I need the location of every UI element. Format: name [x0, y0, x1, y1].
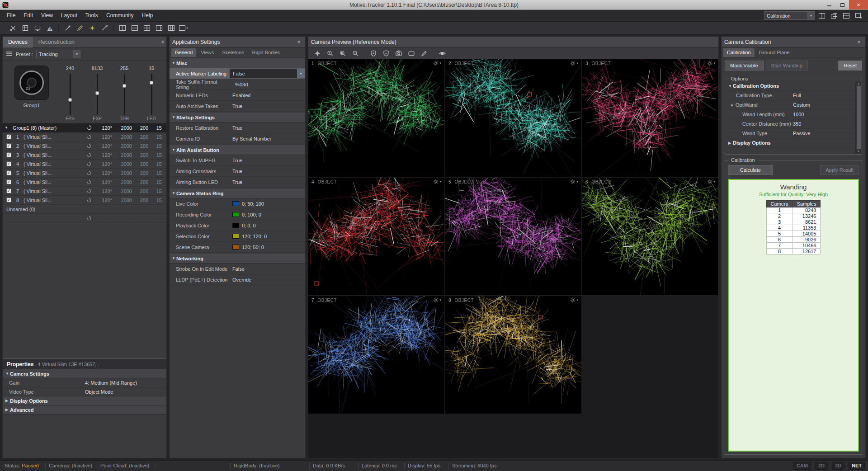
camera-group-row[interactable]: ▼ Group1 (8) (Master) 120* 2000 200 15 — [3, 123, 166, 132]
camera-slider[interactable]: 8133 EXP — [88, 66, 107, 122]
settings-row[interactable]: Take Suffix Format String _%03d ▾ — [170, 79, 305, 90]
settings-row[interactable]: Camera ID By Serial Number — [170, 133, 305, 144]
close-icon[interactable]: × — [855, 38, 863, 45]
setting-value[interactable]: True — [229, 166, 305, 176]
settings-row[interactable]: Auto Archive Takes True ▾ — [170, 101, 305, 112]
setting-value[interactable]: 0; 0; 0 — [229, 220, 305, 231]
camera-view[interactable]: 8 OBJECT ▾ — [445, 296, 581, 414]
device-checkbox[interactable]: ✓ — [6, 152, 11, 157]
floating-window-icon[interactable] — [829, 11, 839, 20]
sync-icon[interactable] — [84, 198, 94, 203]
camera-view[interactable]: 4 OBJECT ▾ — [308, 178, 444, 295]
expander-icon[interactable]: ▼ — [5, 126, 9, 130]
device-checkbox[interactable]: ✓ — [6, 198, 11, 203]
color-swatch[interactable] — [232, 223, 239, 228]
magic-wand-icon[interactable] — [62, 23, 73, 33]
slider-thumb[interactable] — [150, 81, 154, 85]
chevron-down-icon[interactable]: ▾ — [297, 69, 305, 78]
settings-row[interactable]: Aiming Button LED True — [170, 177, 305, 188]
scrollbar-thumb[interactable] — [857, 86, 861, 149]
probe-wand-icon[interactable] — [99, 23, 110, 33]
draw-mask-icon[interactable] — [419, 48, 429, 58]
setting-value[interactable]: True — [229, 122, 305, 133]
menu-item[interactable]: Help — [138, 10, 157, 21]
sparkle-icon[interactable] — [86, 23, 98, 33]
camera-view[interactable]: 5 OBJECT ▾ — [445, 178, 581, 295]
slider-thumb[interactable] — [68, 98, 72, 102]
scroll-up-icon[interactable]: ▲ — [857, 82, 860, 85]
display-options-header[interactable]: ▶ Display Options — [725, 138, 855, 148]
settings-row[interactable]: Selection Color 120; 120; 0 — [170, 231, 305, 242]
status-chip[interactable]: 2D — [815, 462, 828, 470]
camera-view[interactable]: 7 OBJECT ▾ — [308, 296, 444, 414]
option-value[interactable]: Passive — [793, 131, 855, 136]
device-checkbox[interactable]: ✓ — [6, 179, 11, 184]
calibration-option-row[interactable]: ▼Center Distance (mm) 350 — [725, 119, 855, 129]
gear-icon[interactable]: ▾ — [707, 179, 715, 184]
sync-icon[interactable] — [84, 144, 94, 148]
property-row[interactable]: Gain 4: Medium (Mid Range) — [3, 378, 166, 387]
settings-section-header[interactable]: ▼Misc — [170, 58, 305, 68]
layout-quad-icon[interactable] — [141, 23, 152, 33]
calibration-tab[interactable]: Calibration — [723, 48, 755, 57]
option-value[interactable]: 1000 — [793, 112, 855, 117]
camera-view[interactable]: 1 OBJECT ▾ — [308, 59, 444, 177]
slider-track[interactable] — [97, 74, 98, 115]
calibration-option-row[interactable]: ▼OptiWand Custom — [725, 100, 855, 110]
reset-button[interactable]: Reset — [838, 61, 862, 71]
camera-slider[interactable]: 240 FPS — [61, 66, 80, 122]
setting-value[interactable]: True — [229, 155, 305, 165]
device-row[interactable]: ✓ 4 ( Virtual Sli... 120* 2000 200 15 — [3, 160, 166, 169]
start-wanding-button[interactable]: Start Wanding — [766, 61, 808, 71]
settings-tab[interactable]: Skeletons — [218, 48, 247, 57]
remove-mask-icon[interactable] — [381, 48, 392, 58]
dock-layout-icon[interactable] — [841, 11, 851, 20]
settings-tab[interactable]: Rigid Bodies — [249, 48, 284, 57]
device-row[interactable]: ✓ 6 ( Virtual Sli... 120* 2000 200 15 — [3, 178, 166, 187]
device-checkbox[interactable]: ✓ — [6, 161, 11, 166]
device-row[interactable]: ✓ 1 ( Virtual Sli... 120* 2000 200 15 — [3, 132, 166, 141]
option-value[interactable]: 350 — [793, 121, 855, 127]
unnamed-group-row[interactable]: Unnamed (0) — [3, 205, 166, 214]
setting-value[interactable]: Override — [229, 274, 305, 285]
setting-value[interactable]: 0; 50; 100 — [229, 198, 305, 209]
close-icon[interactable]: × — [159, 38, 166, 45]
gear-icon[interactable]: ▾ — [570, 61, 578, 66]
settings-tab[interactable]: General — [171, 48, 196, 57]
camera-device-icon[interactable]: 13 — [14, 66, 49, 100]
setting-value[interactable]: 120; 50; 0 — [229, 242, 305, 252]
status-chip[interactable]: NET — [849, 462, 865, 470]
gear-icon[interactable]: ▾ — [433, 179, 441, 184]
settings-row[interactable]: Aiming Crosshairs True — [170, 166, 305, 177]
setting-value[interactable]: False ▾ — [229, 68, 305, 79]
device-row[interactable]: ✓ 5 ( Virtual Sli... 120* 2000 200 15 — [3, 169, 166, 178]
camera-snapshot-icon[interactable] — [393, 48, 404, 58]
option-value[interactable]: Custom — [793, 102, 855, 108]
settings-row[interactable]: Active Marker Labeling False ▾ — [170, 68, 305, 79]
color-swatch[interactable] — [232, 234, 239, 239]
monitor-icon[interactable] — [32, 23, 43, 33]
calculate-button[interactable]: Calculate — [728, 165, 773, 175]
device-row[interactable]: ✓ 8 ( Virtual Sli... 120* 2000 200 15 — [3, 196, 166, 205]
setting-value[interactable]: Enabled ▾ — [229, 90, 305, 100]
settings-row[interactable]: Scene Camera 120; 50; 0 — [170, 242, 305, 253]
setting-value[interactable]: False — [229, 264, 305, 274]
status-chip[interactable]: CAM — [793, 462, 811, 470]
status-chip[interactable]: 3D — [832, 462, 844, 470]
layout-grid-icon[interactable] — [165, 23, 177, 33]
menu-item[interactable]: Edit — [19, 10, 37, 21]
chart-icon[interactable] — [44, 23, 55, 33]
zoom-region-icon[interactable] — [337, 48, 348, 58]
menu-item[interactable]: View — [37, 10, 57, 21]
settings-row[interactable]: Restore Calibration True — [170, 122, 305, 133]
camera-slider[interactable]: 15 LED — [142, 66, 161, 122]
settings-row[interactable]: LLDP (PoE+) Detection Override — [170, 274, 305, 285]
add-mask-icon[interactable] — [368, 48, 379, 58]
property-row[interactable]: Video Type Object Mode — [3, 387, 166, 396]
settings-section-header[interactable]: ▼Startup Settings — [170, 113, 305, 122]
settings-tab[interactable]: Views — [197, 48, 217, 57]
close-icon[interactable]: × — [295, 38, 302, 45]
scroll-down-icon[interactable]: ▼ — [857, 150, 860, 153]
zoom-in-icon[interactable] — [325, 48, 335, 58]
camera-settings-section[interactable]: ▼ Camera Settings — [3, 369, 166, 378]
